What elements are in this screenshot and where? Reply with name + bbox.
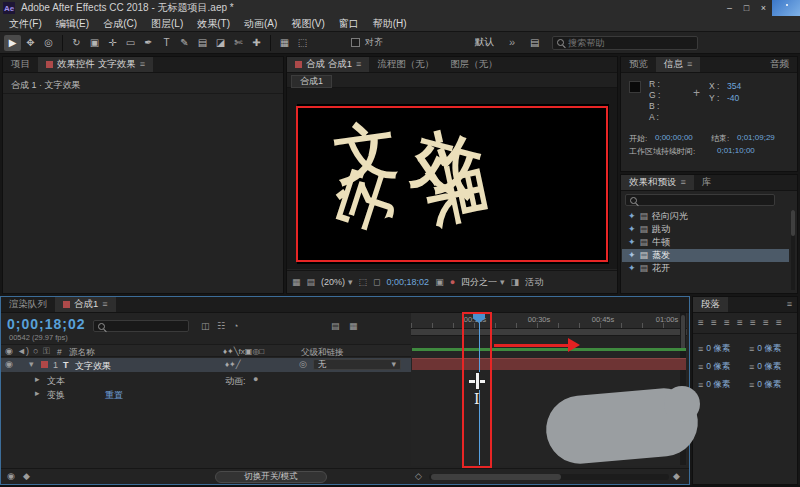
menu-effect[interactable]: 效果(T) [190, 16, 237, 31]
time-ruler[interactable]: 00:15s 00:30s 00:45s 01:00s [411, 313, 687, 329]
comp-mini-flowchart-icon[interactable]: ◫ [201, 322, 210, 331]
layer-switches[interactable]: ♦✦╱ [225, 360, 241, 369]
text-property-row[interactable]: ▸ 文本 动画: ● [1, 373, 411, 386]
magnification-select[interactable]: (20%)▾ [321, 277, 353, 287]
menu-layer[interactable]: 图层(L) [144, 16, 190, 31]
tab-effects-presets[interactable]: 效果和预设 ≡ [621, 175, 694, 190]
help-search-input[interactable] [568, 38, 693, 48]
menu-edit[interactable]: 编辑(E) [49, 16, 96, 31]
preset-item-selected[interactable]: ✦ ▤ 蒸发 [622, 249, 789, 262]
roto-brush-tool[interactable]: ✄ [230, 35, 247, 51]
selection-tool[interactable]: ▶ [4, 35, 21, 51]
menu-animation[interactable]: 动画(A) [237, 16, 284, 31]
frame-blend-icon[interactable]: ▦ [349, 322, 358, 331]
panel-menu-icon[interactable]: ≡ [787, 300, 792, 309]
panel-menu-icon[interactable]: ≡ [681, 178, 686, 187]
reset-link[interactable]: 重置 [105, 389, 123, 402]
space-before-field[interactable]: ≡0 像素 [749, 361, 781, 373]
shy-toggle-icon[interactable]: ◉ [7, 472, 15, 481]
zoom-out-handle-icon[interactable]: ◇ [415, 472, 422, 481]
twirl-closed-icon[interactable]: ▸ [35, 389, 40, 398]
active-camera-label[interactable]: 活动 [525, 276, 543, 289]
align-left-icon[interactable]: ≡ [698, 318, 704, 328]
mask-options-icon[interactable]: ▦ [276, 35, 293, 51]
pan-behind-tool[interactable]: ✛ [104, 35, 121, 51]
tab-preview[interactable]: 预览 [621, 57, 656, 72]
timeline-search-input[interactable] [109, 321, 184, 331]
hanging-punctuation-field[interactable]: ≡0 像素 [749, 379, 781, 391]
pen-tool[interactable]: ✒ [140, 35, 157, 51]
camera-tool[interactable]: ▣ [86, 35, 103, 51]
layer-label-chip[interactable] [41, 361, 48, 368]
work-area-bar[interactable] [411, 329, 687, 336]
motion-blur-icon[interactable]: ▤ [331, 322, 340, 331]
graph-editor-icon[interactable]: ◔ [233, 322, 238, 331]
hand-tool[interactable]: ✥ [22, 35, 39, 51]
eraser-tool[interactable]: ◪ [212, 35, 229, 51]
justify-last-center-icon[interactable]: ≡ [750, 318, 756, 328]
puppet-pin-tool[interactable]: ✚ [248, 35, 265, 51]
transform-group-label[interactable]: 变换 [47, 389, 65, 402]
timeline-zoom-scrollbar[interactable] [429, 474, 669, 480]
layer-name[interactable]: 文字效果 [75, 360, 111, 373]
parent-select[interactable]: 无 ▾ [313, 359, 401, 370]
roi-icon[interactable]: ⬚ [359, 278, 368, 287]
comp-timecode[interactable]: 0;00;18;02 [387, 277, 430, 287]
indent-right-field[interactable]: ≡0 像素 [749, 343, 781, 355]
maximize-button[interactable]: □ [738, 1, 755, 15]
rotation-tool[interactable]: ↻ [68, 35, 85, 51]
show-channel-icon[interactable]: ● [450, 278, 455, 287]
tab-audio[interactable]: 音频 [762, 57, 797, 72]
tab-project[interactable]: 项目 [3, 57, 38, 72]
transform-property-row[interactable]: ▸ 变换 重置 [1, 387, 411, 400]
panel-menu-icon[interactable]: ≡ [140, 60, 145, 69]
panel-menu-icon[interactable]: ≡ [687, 60, 692, 69]
tab-timeline-comp1[interactable]: 合成1 ≡ [55, 297, 116, 312]
fast-previews-icon[interactable]: ◨ [511, 278, 520, 287]
preset-item[interactable]: ✦ ▤ 花开 [622, 262, 789, 275]
viewer-tab-comp1[interactable]: 合成1 [291, 75, 332, 88]
layer-row[interactable]: ◉ ▾ 1 T 文字效果 ♦✦╱ ◎ 无 ▾ [1, 358, 411, 372]
menu-view[interactable]: 视图(V) [284, 16, 331, 31]
parent-pickwhip-icon[interactable]: ◎ [299, 360, 307, 369]
twirl-open-icon[interactable]: ▾ [29, 360, 34, 369]
timeline-search[interactable] [93, 320, 189, 332]
panel-menu-icon[interactable]: ≡ [102, 300, 107, 309]
resolution-select[interactable]: 四分之一▾ [461, 276, 505, 289]
tab-composition[interactable]: 合成 合成1 ≡ [287, 57, 369, 72]
menu-composition[interactable]: 合成(C) [96, 16, 144, 31]
tab-info[interactable]: 信息 ≡ [656, 57, 700, 72]
workspace-overflow-icon[interactable]: » [509, 37, 515, 48]
effects-scrollbar[interactable] [791, 210, 795, 290]
workspace-panel-icon[interactable]: ▤ [526, 35, 543, 51]
view-layout-icon[interactable]: ▤ [307, 278, 316, 287]
justify-last-right-icon[interactable]: ≡ [763, 318, 769, 328]
toggle-switches-modes-button[interactable]: 切换开关/模式 [215, 471, 327, 483]
brush-tool[interactable]: ✎ [176, 35, 193, 51]
transparency-grid-icon[interactable]: ◻ [373, 278, 380, 287]
blend-toggle-icon[interactable]: ◆ [23, 472, 30, 481]
type-tool[interactable]: T [158, 35, 175, 51]
shape-tool[interactable]: ▭ [122, 35, 139, 51]
grid-guides-icon[interactable]: ⬚ [294, 35, 311, 51]
justify-last-left-icon[interactable]: ≡ [737, 318, 743, 328]
grid-options-icon[interactable]: ▦ [292, 278, 301, 287]
minimize-button[interactable]: – [721, 1, 738, 15]
preset-item[interactable]: ✦ ▤ 跳动 [622, 223, 789, 236]
zoom-in-handle-icon[interactable]: ◆ [673, 472, 680, 481]
timeline-timecode[interactable]: 0;00;18;02 [7, 316, 86, 332]
justify-all-icon[interactable]: ≡ [776, 318, 782, 328]
layer-duration-bar[interactable] [412, 358, 686, 370]
draft-3d-icon[interactable]: ☷ [217, 322, 225, 331]
effects-search[interactable] [625, 194, 775, 206]
space-after-field[interactable]: ≡0 像素 [698, 379, 730, 391]
tab-layer[interactable]: 图层（无） [442, 57, 506, 72]
align-center-icon[interactable]: ≡ [711, 318, 717, 328]
snapshot-camera-icon[interactable]: ▣ [435, 278, 444, 287]
align-checkbox[interactable] [351, 38, 360, 47]
twirl-closed-icon[interactable]: ▸ [35, 375, 40, 384]
tab-render-queue[interactable]: 渲染队列 [1, 297, 55, 312]
animate-menu-icon[interactable]: ● [253, 375, 258, 384]
clone-stamp-tool[interactable]: ▤ [194, 35, 211, 51]
menu-file[interactable]: 文件(F) [2, 16, 49, 31]
